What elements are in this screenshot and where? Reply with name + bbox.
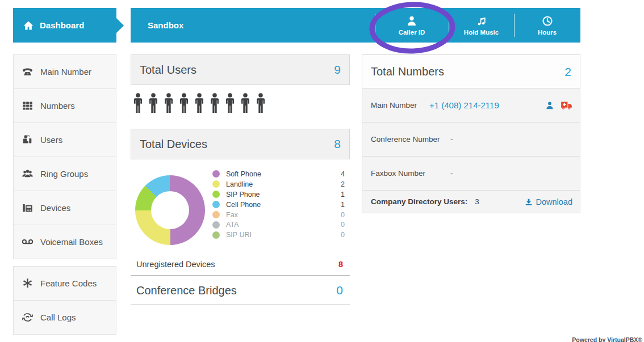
- sidebar-item-devices[interactable]: Devices: [13, 191, 116, 225]
- sidebar-item-feature-codes[interactable]: Feature Codes: [13, 266, 116, 301]
- main-number-link[interactable]: +1 (408) 214-2119: [429, 100, 499, 110]
- sidebar-item-voicemail-boxes[interactable]: Voicemail Boxes: [13, 225, 116, 259]
- topbar-action-caller-id[interactable]: Caller ID: [375, 8, 449, 43]
- sidebar: Main NumberNumbersUsersRing GroupsDevice…: [13, 54, 116, 341]
- legend-swatch: [212, 170, 220, 178]
- legend-value: 1: [341, 191, 345, 199]
- sidebar-group: Main NumberNumbersUsersRing GroupsDevice…: [13, 54, 116, 259]
- breadcrumb-arrow: [116, 18, 124, 33]
- legend-value: 2: [341, 180, 345, 188]
- phone-icon: [20, 65, 34, 79]
- total-numbers-title: Total Numbers: [371, 65, 444, 78]
- powered-by-label: Powered by VirtualPBX®: [572, 336, 642, 342]
- dashboard-button[interactable]: Dashboard: [13, 8, 116, 43]
- donut-hole: [151, 191, 189, 229]
- topbar-action-label: Caller ID: [399, 29, 425, 36]
- legend-value: 1: [341, 201, 345, 209]
- legend-swatch: [212, 221, 220, 229]
- legend-swatch: [212, 201, 220, 208]
- legend-row: Soft Phone4: [212, 169, 345, 179]
- total-users-header: Total Users 9: [131, 54, 350, 85]
- download-icon: [525, 198, 533, 206]
- legend-value: 0: [341, 231, 345, 239]
- legend-row: Landline2: [212, 179, 345, 189]
- total-devices-title: Total Devices: [140, 138, 207, 151]
- sidebar-item-users[interactable]: Users: [13, 123, 116, 157]
- unregistered-devices-row: Unregistered Devices 8: [131, 253, 350, 276]
- user-icon: [406, 15, 417, 27]
- person-icon: [240, 93, 251, 115]
- legend-row: SIP URI0: [212, 230, 345, 240]
- topbar-actions: Caller IDHold MusicHours: [375, 8, 580, 43]
- legend-label: Cell Phone: [226, 201, 341, 209]
- clock-icon: [542, 15, 553, 27]
- number-row-label: Conference Number: [371, 135, 440, 143]
- total-numbers-header: Total Numbers 2: [362, 54, 580, 89]
- legend-label: Landline: [226, 180, 341, 188]
- dashboard-label: Dashboard: [40, 20, 84, 30]
- legend-swatch: [212, 231, 220, 239]
- legend-swatch: [212, 191, 220, 198]
- legend-value: 0: [341, 211, 345, 219]
- sidebar-item-call-logs[interactable]: Call Logs: [13, 300, 116, 335]
- sidebar-item-label: Devices: [40, 203, 70, 213]
- legend-row: ATA0: [212, 219, 345, 230]
- unregistered-devices-label: Unregistered Devices: [136, 260, 215, 269]
- legend-value: 4: [341, 170, 345, 178]
- ambulance-icon[interactable]: [561, 100, 572, 110]
- number-row-label: Faxbox Number: [371, 169, 425, 178]
- conference-bridges-value: 0: [336, 284, 343, 297]
- topbar-action-hold-music[interactable]: Hold Music: [449, 8, 514, 43]
- sidebar-item-ring-groups[interactable]: Ring Groups: [13, 157, 116, 191]
- users-pictograph-row: [132, 93, 266, 115]
- person-icon: [178, 93, 190, 115]
- number-row-value: -: [450, 135, 453, 143]
- legend-swatch: [212, 211, 220, 218]
- number-row-value: -: [450, 169, 453, 178]
- number-row-label: Main Number: [371, 101, 417, 109]
- person-icon: [163, 93, 174, 115]
- sidebar-item-label: Main Number: [40, 67, 91, 77]
- sidebar-item-label: Numbers: [40, 101, 75, 111]
- sidebar-item-label: Users: [40, 135, 62, 145]
- sidebar-item-main-number[interactable]: Main Number: [13, 54, 116, 89]
- location-title: Sandbox: [148, 8, 183, 43]
- users-group-icon: [20, 167, 34, 181]
- legend-label: Soft Phone: [226, 170, 341, 178]
- conference-bridges-row: Conference Bridges 0: [131, 276, 350, 305]
- legend-label: SIP Phone: [226, 191, 341, 199]
- company-directory-row: Company Directory Users:3Download: [362, 190, 580, 213]
- sidebar-item-label: Call Logs: [40, 313, 76, 322]
- topbar-action-hours[interactable]: Hours: [514, 8, 580, 43]
- number-row-main-number: Main Number+1 (408) 214-2119: [362, 88, 580, 123]
- sidebar-item-label: Voicemail Boxes: [40, 237, 103, 247]
- total-users-value: 9: [334, 63, 341, 77]
- company-directory-value: 3: [475, 197, 479, 206]
- person-icon: [209, 93, 220, 115]
- legend-value: 0: [341, 221, 345, 229]
- total-devices-value: 8: [334, 137, 341, 151]
- sidebar-item-numbers[interactable]: Numbers: [13, 88, 116, 123]
- legend-row: SIP Phone1: [212, 189, 345, 200]
- number-row-faxbox-number: Faxbox Number-: [362, 156, 580, 191]
- topbar-action-label: Hold Music: [464, 29, 499, 36]
- number-row-icons: [545, 100, 572, 110]
- legend-label: ATA: [226, 221, 341, 229]
- sidebar-group: Feature CodesCall Logs: [13, 266, 116, 335]
- sidebar-item-label: Ring Groups: [40, 169, 88, 179]
- user-icon[interactable]: [545, 101, 554, 110]
- topbar-action-label: Hours: [538, 29, 557, 36]
- legend-row: Cell Phone1: [212, 200, 345, 210]
- download-link[interactable]: Download: [525, 197, 573, 206]
- devices-legend: Soft Phone4Landline2SIP Phone1Cell Phone…: [212, 169, 345, 240]
- devices-donut-chart: [135, 175, 205, 245]
- legend-label: Fax: [226, 211, 341, 219]
- total-devices-header: Total Devices 8: [131, 129, 350, 159]
- total-numbers-rows: Main Number+1 (408) 214-2119Conference N…: [362, 88, 580, 213]
- music-icon: [476, 15, 487, 27]
- legend-label: SIP URI: [226, 231, 341, 239]
- person-icon: [255, 93, 266, 115]
- location-topbar: Sandbox Caller IDHold MusicHours: [131, 8, 580, 43]
- person-icon: [224, 93, 236, 115]
- grid-icon: [20, 99, 34, 113]
